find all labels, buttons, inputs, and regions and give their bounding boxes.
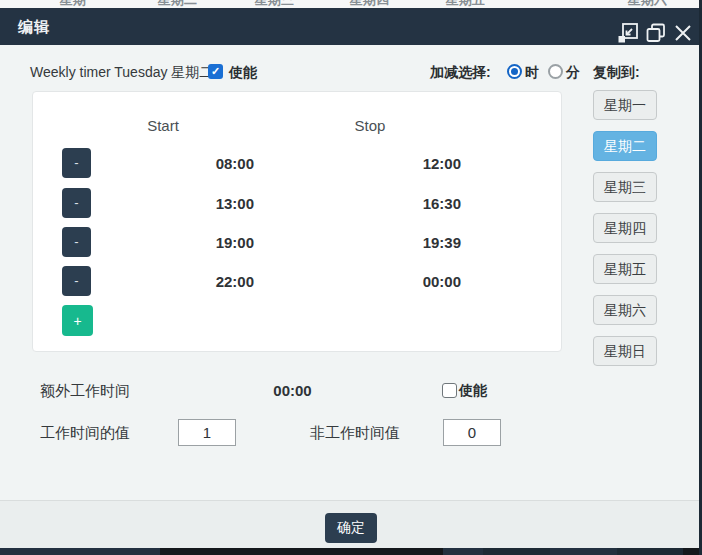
minute-radio-label[interactable]: 分 [566,64,580,82]
copy-day-saturday[interactable]: 星期六 [593,295,657,325]
start-column-header: Start [120,117,206,134]
background-page-strip: 星期一 星期二 星期三 星期四 星期五 星期六 [0,0,699,8]
copy-day-monday[interactable]: 星期一 [593,90,657,120]
restore-window-icon[interactable] [617,22,639,44]
dialog-titlebar: 编辑 [0,8,699,45]
weekly-timer-label: Weekly timer Tuesday 星期二 [30,64,213,82]
nonwork-value-input[interactable] [443,419,501,446]
copy-window-icon[interactable] [645,22,667,44]
copy-day-thursday[interactable]: 星期四 [593,213,657,243]
remove-row-button[interactable]: - [62,266,91,296]
hour-radio[interactable] [507,64,522,79]
background-page-bottom [0,548,702,555]
extra-worktime-value[interactable]: 00:00 [250,382,335,399]
background-day-label: 星期六 [628,0,667,8]
nonwork-value-label: 非工作时间值 [310,424,400,443]
stop-time-value[interactable]: 19:39 [356,234,461,251]
add-row-button[interactable]: + [62,305,93,336]
stop-time-value[interactable]: 12:00 [356,155,461,172]
screen: 星期一 星期二 星期三 星期四 星期五 星期六 编辑 Weekly timer … [0,0,702,555]
start-time-value[interactable]: 22:00 [149,273,254,290]
ok-button[interactable]: 确定 [325,513,377,543]
start-time-value[interactable]: 08:00 [149,155,254,172]
check-icon: ✓ [211,65,220,77]
schedule-panel [32,91,562,352]
background-day-label: 星期三 [255,0,294,8]
extra-enable-label: 使能 [459,382,487,400]
timer-enable-checkbox[interactable]: ✓ [208,64,223,79]
copy-day-friday[interactable]: 星期五 [593,254,657,284]
dialog-title: 编辑 [18,18,50,37]
work-value-input[interactable] [178,419,236,446]
copy-day-tuesday[interactable]: 星期二 [593,131,657,161]
stop-time-value[interactable]: 00:00 [356,273,461,290]
copy-day-wednesday[interactable]: 星期三 [593,172,657,202]
remove-row-button[interactable]: - [62,227,91,257]
minute-radio[interactable] [548,64,563,79]
start-time-value[interactable]: 19:00 [149,234,254,251]
stop-time-value[interactable]: 16:30 [356,195,461,212]
background-day-label: 星期一 [60,0,99,8]
background-day-label: 星期四 [350,0,389,8]
extra-enable-checkbox[interactable] [442,383,457,398]
work-value-label: 工作时间的值 [40,424,130,443]
copy-day-sunday[interactable]: 星期日 [593,336,657,366]
hour-radio-label[interactable]: 时 [525,64,539,82]
stop-column-header: Stop [327,117,413,134]
start-time-value[interactable]: 13:00 [149,195,254,212]
step-select-label: 加减选择: [430,64,491,82]
copy-to-label: 复制到: [593,64,640,82]
close-icon[interactable] [671,21,695,45]
background-day-label: 星期五 [446,0,485,8]
remove-row-button[interactable]: - [62,188,91,218]
remove-row-button[interactable]: - [62,148,91,178]
background-day-label: 星期二 [158,0,197,8]
timer-enable-label: 使能 [229,64,257,82]
extra-worktime-label: 额外工作时间 [40,382,130,401]
